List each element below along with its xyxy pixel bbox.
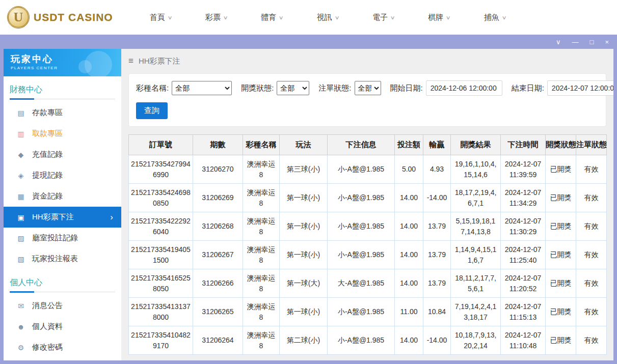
sidebar-item-profile[interactable]: ☻ 個人資料 [4, 316, 121, 337]
sidebar-item-label: 取款專區 [32, 129, 63, 138]
table-cell: 14.00 [395, 269, 423, 298]
table-cell: 小-A盤@1.985 [328, 326, 395, 355]
end-date-input[interactable] [547, 80, 613, 96]
lottery-name-select[interactable]: 全部 [172, 81, 232, 95]
table-cell: 已開獎 [546, 326, 576, 355]
collapse-icon[interactable]: ∨ [556, 39, 561, 45]
table-row: 215217335410482917031206264澳洲幸运8第二球(小)小-… [129, 326, 607, 355]
nav-item[interactable]: 體育∨ [261, 13, 283, 22]
top-navigation: U USDT CASINO 首頁∨彩票∨體育∨視訊∨電子∨棋牌∨捕魚∨ [0, 0, 617, 35]
table-cell: 已開獎 [546, 155, 576, 184]
nav-item[interactable]: 電子∨ [372, 13, 394, 22]
deposit-icon: ▤ [16, 109, 25, 117]
order-status-select[interactable]: 全部 [355, 81, 381, 95]
page-title: HH彩票下注 [139, 57, 180, 66]
sidebar-item-withdraw[interactable]: ▥ 取款專區 [4, 123, 121, 144]
players-center-subtitle: PLAYERS CENTER [11, 66, 114, 70]
minimize-icon[interactable]: — [572, 39, 579, 45]
column-header: 開獎狀態 [546, 135, 576, 155]
withdraw-icon: ▥ [16, 130, 25, 138]
table-cell: 第一球(小) [280, 212, 328, 241]
nav-item[interactable]: 捕魚∨ [484, 13, 506, 22]
sidebar-item-withdrawal-record[interactable]: ◈ 提現記錄 [4, 165, 121, 186]
recharge-icon: ◆ [16, 151, 25, 159]
sidebar-item-change-password[interactable]: ⚙ 修改密碼 [4, 337, 121, 358]
table-cell: 小-A盤@1.985 [328, 241, 395, 269]
start-date-input[interactable] [426, 80, 502, 96]
column-header: 輸贏 [423, 135, 451, 155]
table-cell: 有效 [576, 212, 607, 241]
bet-table-body: 215217335427994699031206270澳洲幸运8第三球(小)小-… [129, 155, 607, 355]
profile-icon: ☻ [16, 323, 25, 331]
table-cell: 13.79 [423, 212, 451, 241]
sidebar-item-label: 充值記錄 [32, 150, 63, 159]
funds-record-icon: ▦ [16, 192, 25, 201]
sidebar-item-funds-record[interactable]: ▦ 資金記錄 [4, 186, 121, 207]
column-header: 下注時間 [501, 135, 546, 155]
table-cell: 2152173354165258050 [129, 269, 193, 298]
table-cell: 11.00 [395, 298, 423, 326]
table-cell: 5.00 [395, 155, 423, 184]
query-button[interactable]: 查詢 [136, 102, 168, 119]
hamburger-icon[interactable]: ≡ [128, 56, 133, 66]
table-cell: 已開獎 [546, 241, 576, 269]
table-cell: 第一球(小) [280, 241, 328, 269]
table-cell: 小-A盤@1.985 [328, 298, 395, 326]
start-date-label: 開始日期: [390, 83, 423, 93]
table-row: 215217335416525805031206266澳洲幸运8第一球(大)大-… [129, 269, 607, 298]
table-cell: 小-A盤@1.985 [328, 184, 395, 212]
nav-item-label: 首頁 [150, 13, 165, 22]
table-cell: 小-A盤@1.985 [328, 155, 395, 184]
table-cell: 19,16,1,10,4,15,14,6 [451, 155, 501, 184]
chevron-down-icon: ∨ [501, 15, 506, 20]
end-date-label: 結束日期: [512, 83, 544, 93]
table-cell: 13.79 [423, 241, 451, 269]
table-cell: 31206268 [193, 212, 243, 241]
logo[interactable]: U USDT CASINO [7, 6, 113, 29]
sidebar-item-hall-bet-record[interactable]: ▨ 廳室投註記錄 [4, 228, 121, 248]
table-cell: 18,17,2,19,4,6,7,1 [451, 184, 501, 212]
table-cell: 10,18,7,9,13,20,2,14 [451, 326, 501, 355]
sidebar-item-label: 廳室投註記錄 [32, 233, 78, 243]
sidebar-item-messages[interactable]: ✉ 消息公告 [4, 295, 121, 316]
table-cell: 2024-12-07 11:30:29 [501, 212, 546, 241]
chevron-down-icon: ∨ [446, 15, 451, 20]
sidebar-item-label: 存款專區 [32, 108, 63, 118]
table-cell: 有效 [576, 184, 607, 212]
window-titlebar: ∨ — □ × [0, 35, 617, 49]
table-cell: 有效 [576, 269, 607, 298]
nav-item[interactable]: 棋牌∨ [428, 13, 450, 22]
table-cell: 2024-12-07 11:10:48 [501, 326, 546, 355]
nav-item-label: 體育 [261, 13, 276, 22]
column-header: 下注信息 [328, 135, 395, 155]
sidebar-item-deposit[interactable]: ▤ 存款專區 [4, 102, 121, 123]
nav-item-label: 彩票 [205, 13, 221, 22]
sidebar-item-label: 修改密碼 [32, 343, 63, 352]
table-cell: 小-A盤@1.985 [328, 212, 395, 241]
table-cell: 已開獎 [546, 298, 576, 326]
column-header: 玩法 [280, 135, 328, 155]
bet-table: 訂單號期數彩種名稱玩法下注信息投注額輸贏開獎結果下注時間開獎狀態注單狀態 215… [128, 134, 607, 355]
maximize-icon[interactable]: □ [590, 39, 594, 45]
logo-icon: U [7, 6, 30, 29]
nav-item[interactable]: 首頁∨ [150, 13, 172, 22]
sidebar-item-hh-lottery-bet[interactable]: ▣ HH彩票下注 › [4, 207, 121, 228]
nav-item-label: 視訊 [317, 13, 332, 22]
table-cell: 澳洲幸运8 [243, 155, 280, 184]
nav-item-label: 捕魚 [484, 13, 499, 22]
table-cell: 5,15,19,18,17,14,13,8 [451, 212, 501, 241]
table-row: 215217335427994699031206270澳洲幸运8第三球(小)小-… [129, 155, 607, 184]
close-icon[interactable]: × [605, 39, 609, 45]
nav-item-label: 棋牌 [428, 13, 443, 22]
nav-item[interactable]: 視訊∨ [317, 13, 339, 22]
sidebar-item-player-bet-report[interactable]: ▧ 玩家投注報表 [4, 248, 121, 269]
draw-status-select[interactable]: 全部 [277, 81, 309, 95]
table-cell: 2152173354194051500 [129, 241, 193, 269]
table-row: 215217335413137800031206265澳洲幸运8第一球(小)小-… [129, 298, 607, 326]
players-center-banner: 玩家中心 PLAYERS CENTER [4, 49, 121, 76]
table-cell: 2024-12-07 11:15:13 [501, 298, 546, 326]
table-cell: 第一球(小) [280, 298, 328, 326]
nav-item[interactable]: 彩票∨ [205, 13, 227, 22]
sidebar-item-recharge-record[interactable]: ◆ 充值記錄 [4, 144, 121, 165]
personal-section-header: 個人中心 [10, 277, 115, 292]
